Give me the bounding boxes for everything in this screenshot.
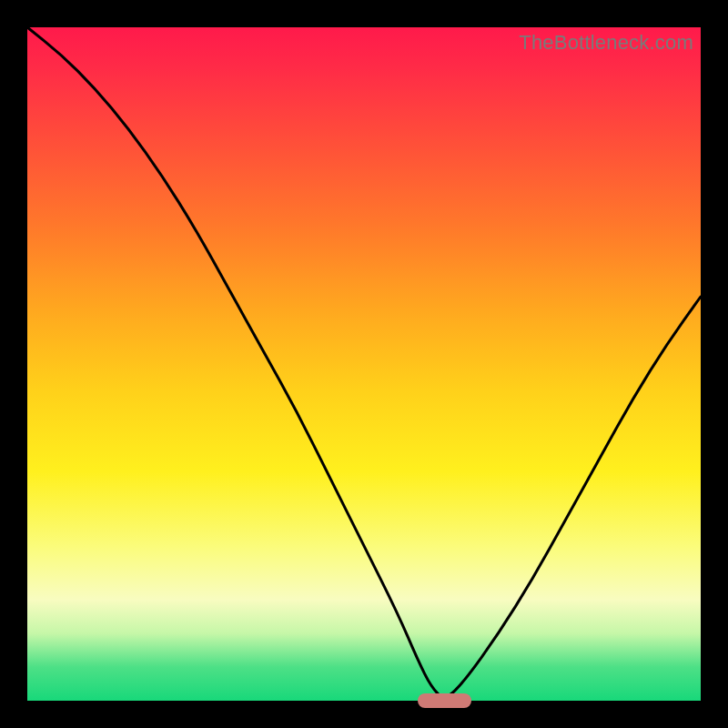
plot-area: TheBottleneck.com [27,27,701,701]
optimal-point-marker [418,693,471,708]
chart-frame: TheBottleneck.com [0,0,728,728]
bottleneck-curve [27,27,701,701]
